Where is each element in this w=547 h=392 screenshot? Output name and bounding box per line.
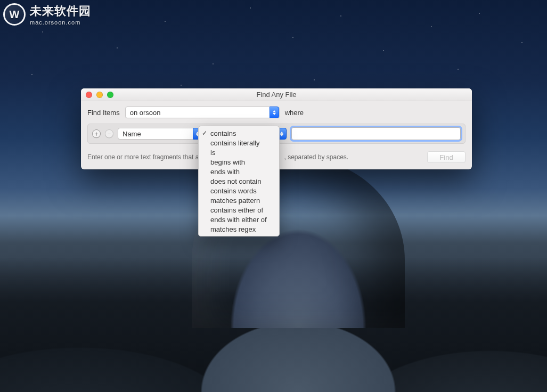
window-title: Find Any File <box>81 91 472 99</box>
close-icon[interactable] <box>86 92 92 98</box>
add-criteria-button[interactable]: ＋ <box>92 129 101 138</box>
watermark-line2: mac.orsoon.com <box>30 19 91 26</box>
criteria-field-value: Name <box>123 130 141 138</box>
match-mode-menu[interactable]: containscontains literallyisbegins withe… <box>198 126 280 236</box>
location-select[interactable]: on orsoon <box>125 107 280 118</box>
watermark-text: 未来软件园 mac.orsoon.com <box>30 3 91 26</box>
watermark-icon: W <box>3 3 26 26</box>
app-window: Find Any File Find Items on orsoon where… <box>81 88 472 169</box>
match-option[interactable]: ends with <box>199 167 279 176</box>
match-option[interactable]: does not contain <box>199 176 279 186</box>
hint-after: , separated by spaces. <box>284 153 348 161</box>
find-button[interactable]: Find <box>427 151 466 163</box>
zoom-icon[interactable] <box>107 92 113 98</box>
match-option[interactable]: contains <box>199 128 279 138</box>
watermark-line1: 未来软件园 <box>30 3 91 19</box>
match-option[interactable]: is <box>199 148 279 157</box>
chevron-updown-icon <box>270 107 279 118</box>
where-label: where <box>285 109 304 117</box>
match-option[interactable]: ends with either of <box>199 215 279 224</box>
criteria-field-select[interactable]: Name <box>118 128 203 140</box>
location-selected-value: on orsoon <box>130 109 161 117</box>
match-option[interactable]: contains either of <box>199 205 279 215</box>
match-option[interactable]: contains words <box>199 186 279 195</box>
watermark: W 未来软件园 mac.orsoon.com <box>3 3 91 26</box>
hint-before: Enter one or more text fragments that al… <box>87 153 202 161</box>
match-option[interactable]: matches regex <box>199 224 279 234</box>
match-option[interactable]: contains literally <box>199 138 279 148</box>
desktop-background: W 未来软件园 mac.orsoon.com Find Any File Fin… <box>0 0 547 392</box>
match-option[interactable]: matches pattern <box>199 195 279 205</box>
find-items-row: Find Items on orsoon where <box>87 107 466 118</box>
minimize-icon[interactable] <box>96 92 103 98</box>
match-option[interactable]: begins with <box>199 157 279 167</box>
traffic-lights <box>81 92 113 98</box>
find-items-label: Find Items <box>87 109 120 117</box>
search-value-input[interactable] <box>291 127 461 140</box>
remove-criteria-button[interactable]: － <box>105 129 113 138</box>
titlebar[interactable]: Find Any File <box>81 88 472 101</box>
